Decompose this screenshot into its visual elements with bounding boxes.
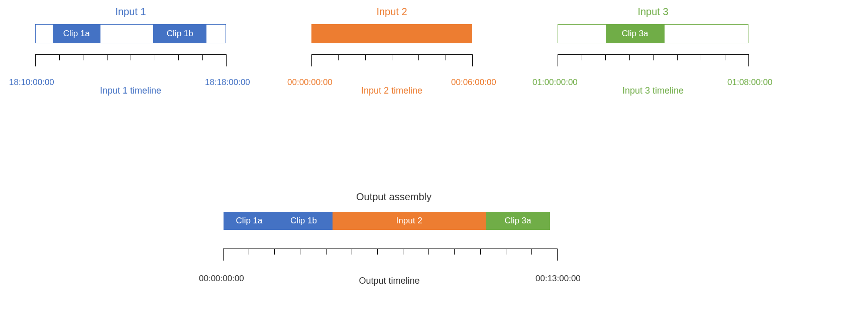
input2-title: Input 2 xyxy=(311,6,472,18)
output-end-tc: 00:13:00:00 xyxy=(535,274,581,284)
input1-track: Clip 1a Clip 1b xyxy=(35,24,226,43)
output-seg-clip1b: Clip 1b xyxy=(275,212,333,230)
input2-track xyxy=(311,24,472,43)
input1-clip-1b: Clip 1b xyxy=(153,25,206,43)
output-seg-clip1a: Clip 1a xyxy=(224,212,275,230)
input3-clip-3a: Clip 3a xyxy=(606,25,665,43)
output-track: Clip 1a Clip 1b Input 2 Clip 3a xyxy=(223,211,557,230)
input1-title: Input 1 xyxy=(35,6,226,18)
input2-start-tc: 00:00:00:00 xyxy=(287,77,333,88)
input1-end-tc: 18:18:00:00 xyxy=(205,77,250,88)
input3-end-tc: 01:08:00:00 xyxy=(727,77,773,88)
output-seg-clip3a: Clip 3a xyxy=(486,212,550,230)
input3-track: Clip 3a xyxy=(558,24,748,43)
input2-ruler xyxy=(311,54,472,66)
input3-timeline-label: Input 3 timeline xyxy=(598,86,708,96)
input3-ruler xyxy=(558,54,748,66)
input1-ruler xyxy=(35,54,226,66)
input2-end-tc: 00:06:00:00 xyxy=(451,77,496,88)
output-start-tc: 00:00:00:00 xyxy=(199,274,244,284)
input2-timeline-label: Input 2 timeline xyxy=(337,86,447,96)
input1-timeline-label: Input 1 timeline xyxy=(75,86,186,96)
output-seg-input2: Input 2 xyxy=(333,212,486,230)
output-title: Output assembly xyxy=(223,191,565,203)
input3-start-tc: 01:00:00:00 xyxy=(532,77,578,88)
input1-start-tc: 18:10:00:00 xyxy=(9,77,54,88)
input1-clip-1a: Clip 1a xyxy=(53,25,100,43)
input3-title: Input 3 xyxy=(558,6,748,18)
output-ruler xyxy=(223,249,557,261)
output-timeline-label: Output timeline xyxy=(334,276,445,286)
